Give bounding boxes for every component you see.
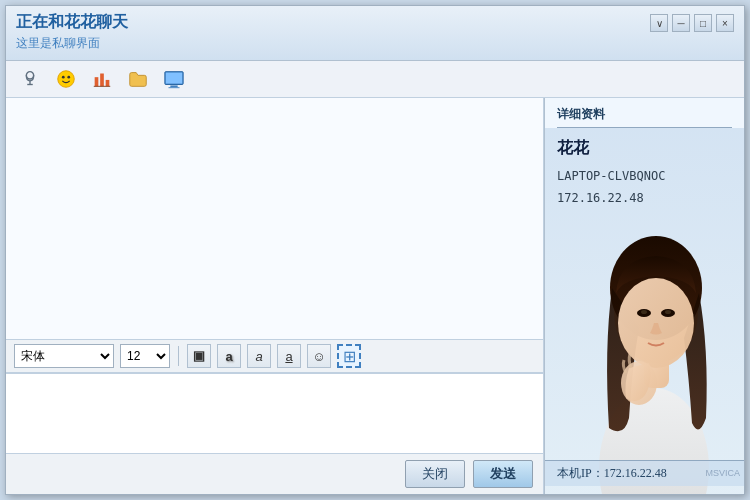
main-toolbar	[6, 61, 744, 98]
svg-point-22	[641, 310, 647, 314]
microphone-icon[interactable]	[16, 65, 44, 93]
title-bar: 正在和花花聊天 这里是私聊界面 ∨ ─ □ ×	[6, 6, 744, 61]
outline-btn[interactable]: ▣	[187, 344, 211, 368]
format-toolbar: 宋体 黑体 楷体 微软雅黑 12 9 10 11 14 16 ▣ a a a	[6, 339, 543, 373]
chevron-button[interactable]: ∨	[650, 14, 668, 32]
minimize-button[interactable]: ─	[672, 14, 690, 32]
main-window: 正在和花花聊天 这里是私聊界面 ∨ ─ □ ×	[5, 5, 745, 495]
close-button[interactable]: ×	[716, 14, 734, 32]
svg-rect-11	[166, 73, 183, 84]
profile-panel: 详细资料 花花 LAPTOP-CLVBQNOC 172.16.22.48 本机I…	[544, 98, 744, 494]
chat-section: 宋体 黑体 楷体 微软雅黑 12 9 10 11 14 16 ▣ a a a	[6, 98, 544, 494]
content-area: 宋体 黑体 楷体 微软雅黑 12 9 10 11 14 16 ▣ a a a	[6, 98, 744, 494]
svg-rect-7	[100, 74, 104, 87]
screen-icon[interactable]	[160, 65, 188, 93]
input-area	[6, 373, 543, 453]
svg-point-5	[67, 76, 70, 79]
separator-1	[178, 346, 179, 366]
folder-icon[interactable]	[124, 65, 152, 93]
grid-btn[interactable]: ⊞	[337, 344, 361, 368]
title-info: 正在和花花聊天 这里是私聊界面	[16, 12, 128, 52]
svg-point-23	[665, 310, 671, 314]
shadow-btn[interactable]: a	[217, 344, 241, 368]
svg-point-3	[58, 71, 75, 88]
profile-header-label: 详细资料	[557, 106, 732, 128]
face-icon[interactable]	[52, 65, 80, 93]
svg-rect-6	[95, 77, 99, 86]
svg-point-4	[62, 76, 65, 79]
svg-rect-13	[169, 87, 180, 88]
font-family-select[interactable]: 宋体 黑体 楷体 微软雅黑	[14, 344, 114, 368]
send-button[interactable]: 发送	[473, 460, 533, 488]
profile-name: 花花	[557, 138, 732, 159]
window-controls: ∨ ─ □ ×	[650, 14, 734, 32]
chat-messages	[6, 98, 543, 339]
profile-ip: 172.16.22.48	[557, 191, 732, 205]
svg-rect-12	[170, 85, 177, 87]
underline-btn[interactable]: a	[277, 344, 301, 368]
window-subtitle: 这里是私聊界面	[16, 35, 128, 52]
font-size-select[interactable]: 12 9 10 11 14 16	[120, 344, 170, 368]
bottom-bar: 关闭 发送	[6, 453, 543, 494]
profile-hostname: LAPTOP-CLVBQNOC	[557, 169, 732, 183]
message-input[interactable]	[10, 378, 539, 449]
chart-icon[interactable]	[88, 65, 116, 93]
svg-point-0	[26, 72, 33, 79]
italic-btn[interactable]: a	[247, 344, 271, 368]
close-chat-button[interactable]: 关闭	[405, 460, 465, 488]
emoji-btn[interactable]: ☺	[307, 344, 331, 368]
window-title: 正在和花花聊天	[16, 12, 128, 33]
profile-content: 详细资料 花花 LAPTOP-CLVBQNOC 172.16.22.48	[545, 98, 744, 213]
svg-rect-8	[106, 80, 110, 86]
maximize-button[interactable]: □	[694, 14, 712, 32]
watermark: MSVICA	[705, 468, 740, 478]
